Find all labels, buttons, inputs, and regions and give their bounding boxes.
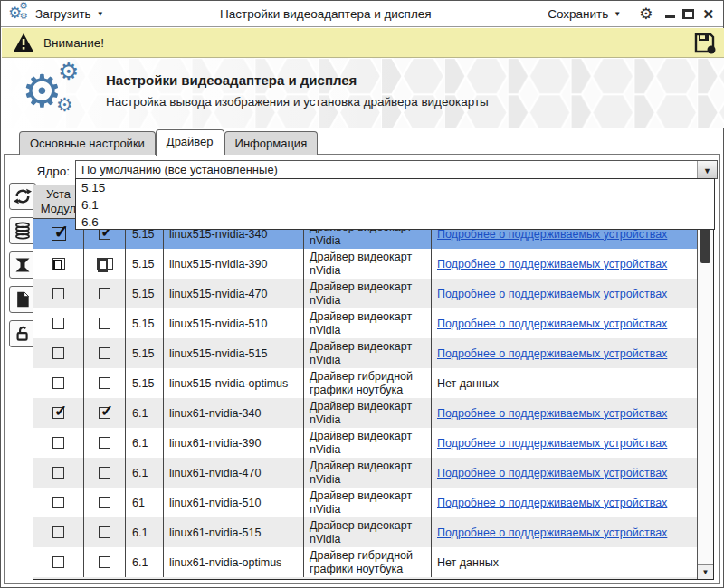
module-checkbox[interactable] [97, 258, 113, 270]
load-button[interactable]: Загрузить ▼ [32, 7, 108, 21]
table-row[interactable]: 5.15 linux515-nvidia-470 Драйвер видеока… [33, 279, 697, 308]
warning-icon [13, 33, 34, 52]
kernel-version-cell: 5.15 [132, 288, 154, 300]
database-icon [14, 222, 32, 240]
info-cell: Подробнее о поддерживаемых устройствах [437, 437, 667, 450]
description-cell: Драйвер видеокарт nVidia [310, 430, 431, 457]
tab-main[interactable]: Основные настройки [19, 131, 156, 155]
installed-checkbox[interactable] [52, 437, 64, 449]
table-row[interactable]: 5.15 linux515-nvidia-510 Драйвер видеока… [33, 308, 697, 338]
chevron-down-icon: ▼ [703, 166, 711, 175]
module-checkbox[interactable] [99, 377, 110, 389]
info-cell: Подробнее о поддерживаемых устройствах [437, 407, 667, 420]
description-cell: Драйвер видеокарт nVidia [310, 519, 431, 546]
info-cell: Подробнее о поддерживаемых устройствах [437, 526, 667, 539]
table-row[interactable]: 5.15 linux515-nvidia-optimus Драйвер гиб… [33, 368, 697, 398]
kernel-dropdown-popup: 5.156.16.6 [75, 178, 715, 230]
installed-checkbox[interactable] [52, 318, 64, 329]
table-row[interactable]: 6.1 linux61-nvidia-515 Драйвер видеокарт… [33, 517, 697, 547]
module-name-cell: linux515-nvidia-optimus [169, 377, 288, 390]
window-title: Настройки видеоадаптера и дисплея [108, 7, 545, 21]
module-name-cell: linux61-nvidia-340 [169, 407, 261, 420]
minimize-button[interactable] [665, 15, 675, 18]
tab-driver[interactable]: Драйвер [156, 129, 224, 156]
module-checkbox[interactable] [99, 497, 110, 508]
double-arrow-icon [14, 256, 32, 274]
module-checkbox[interactable] [99, 347, 110, 359]
supported-devices-link[interactable]: Подробнее о поддерживаемых устройствах [437, 318, 667, 330]
kernel-option[interactable]: 6.1 [76, 196, 714, 213]
installed-checkbox[interactable] [52, 377, 64, 389]
document-icon [14, 290, 32, 308]
module-checkbox[interactable] [99, 556, 110, 568]
module-checkbox[interactable] [99, 467, 110, 479]
module-name-cell: linux61-nvidia-390 [169, 437, 261, 450]
window-controls: ✕ [665, 9, 714, 19]
module-name-cell: linux515-nvidia-390 [169, 258, 267, 270]
kernel-combobox[interactable]: По умолчанию (все установленные) ▼ [75, 160, 718, 179]
kernel-option[interactable]: 6.6 [76, 213, 714, 231]
description-cell: Драйвер видеокарт nVidia [310, 460, 431, 487]
app-window: ⚙⚙⚙ Загрузить ▼ Настройки видеоадаптера … [0, 0, 724, 588]
info-cell: Подробнее о поддерживаемых устройствах [437, 497, 667, 509]
info-cell: Нет данных [437, 377, 499, 390]
supported-devices-link[interactable]: Подробнее о поддерживаемых устройствах [437, 258, 667, 270]
installed-checkbox[interactable] [52, 288, 64, 299]
installed-checkbox[interactable] [52, 227, 66, 241]
table-row[interactable]: 6.1 linux61-nvidia-340 Драйвер видеокарт… [33, 398, 697, 428]
supported-devices-link[interactable]: Подробнее о поддерживаемых устройствах [437, 407, 667, 420]
module-checkbox[interactable] [99, 407, 110, 419]
titlebar: ⚙⚙⚙ Загрузить ▼ Настройки видеоадаптера … [1, 1, 723, 27]
description-cell: Драйвер гибридной графики ноутбука [310, 370, 431, 397]
table-row[interactable]: 5.15 linux515-nvidia-515 Драйвер видеока… [33, 338, 697, 368]
installed-checkbox[interactable] [52, 407, 64, 419]
installed-checkbox[interactable] [52, 258, 65, 270]
table-row[interactable]: 6.1 linux61-nvidia-optimus Драйвер гибри… [33, 547, 697, 577]
description-cell: Драйвер видеокарт nVidia [310, 280, 431, 308]
installed-checkbox[interactable] [52, 497, 64, 508]
supported-devices-link[interactable]: Подробнее о поддерживаемых устройствах [437, 497, 667, 509]
driver-table: Уста Модул 5.15 linux515-nvidia-340 Драй… [33, 185, 714, 580]
kernel-label: Ядро: [12, 165, 70, 178]
module-checkbox[interactable] [99, 437, 110, 449]
save-button-label: Сохранить [548, 7, 608, 21]
kernel-version-cell: 6.1 [132, 467, 148, 479]
installed-checkbox[interactable] [52, 526, 64, 538]
supported-devices-link[interactable]: Подробнее о поддерживаемых устройствах [437, 347, 667, 360]
tab-info[interactable]: Информация [224, 131, 319, 155]
vertical-scrollbar[interactable]: ▼ [697, 185, 713, 579]
kernel-combobox-dropdown-button[interactable]: ▼ [697, 161, 717, 178]
module-checkbox[interactable] [99, 318, 110, 329]
scrollbar-down-button[interactable]: ▼ [698, 564, 713, 579]
table-row[interactable]: 6.1 linux61-nvidia-390 Драйвер видеокарт… [33, 428, 697, 458]
save-button[interactable]: Сохранить ▼ [544, 7, 624, 21]
module-name-cell: linux515-nvidia-515 [169, 347, 267, 360]
page-title: Настройки видеоадаптера и дисплея [106, 72, 357, 88]
kernel-version-cell: 6.1 [132, 526, 148, 539]
installed-checkbox[interactable] [52, 467, 64, 479]
supported-devices-link[interactable]: Подробнее о поддерживаемых устройствах [437, 526, 667, 539]
info-cell: Подробнее о поддерживаемых устройствах [437, 288, 667, 300]
module-checkbox[interactable] [99, 288, 110, 299]
kernel-option[interactable]: 5.15 [76, 179, 714, 196]
settings-gear-button[interactable]: ⚙ [639, 5, 653, 24]
module-name-cell: linux61-nvidia-470 [169, 467, 261, 479]
supported-devices-link[interactable]: Подробнее о поддерживаемых устройствах [437, 288, 667, 300]
supported-devices-link[interactable]: Подробнее о поддерживаемых устройствах [437, 467, 667, 479]
module-name-cell: linux61-nvidia-515 [169, 526, 261, 539]
module-name-cell: linux61-nvidia-510 [169, 497, 261, 509]
close-button[interactable]: ✕ [702, 9, 714, 19]
maximize-button[interactable] [683, 9, 694, 19]
load-button-label: Загрузить [35, 7, 91, 21]
supported-devices-link[interactable]: Подробнее о поддерживаемых устройствах [437, 437, 667, 450]
table-row[interactable]: 6.1 linux61-nvidia-470 Драйвер видеокарт… [33, 458, 697, 488]
table-row[interactable]: 61 linux61-nvidia-510 Драйвер видеокарт … [33, 488, 697, 517]
warning-text: Внимание! [43, 36, 104, 50]
installed-checkbox[interactable] [52, 347, 64, 359]
module-checkbox[interactable] [99, 526, 110, 538]
installed-checkbox[interactable] [52, 556, 64, 568]
description-cell: Драйвер видеокарт nVidia [310, 251, 431, 278]
table-row[interactable]: 5.15 linux515-nvidia-390 Драйвер видеока… [33, 249, 697, 279]
warning-bar: Внимание! [2, 28, 724, 58]
save-file-icon[interactable] [692, 31, 717, 55]
